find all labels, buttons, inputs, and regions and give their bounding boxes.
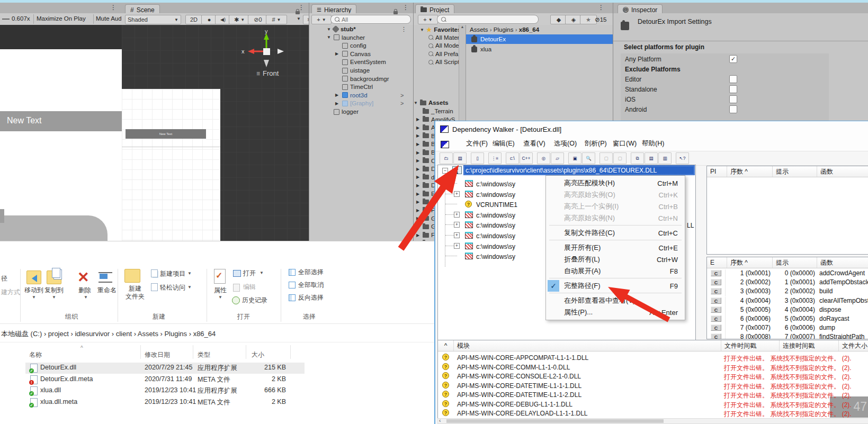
move-to-button[interactable]: 移动到 [24,286,43,295]
project-layout-icon[interactable] [393,11,398,14]
find-button[interactable]: ◎ [537,152,550,164]
e-col-function[interactable]: 函数 [817,257,868,268]
assets-header[interactable]: ▼ Assets [414,100,449,106]
export-function[interactable]: addTempObstacle [819,278,868,286]
shaded-dropdown[interactable]: Shaded▼ [125,15,181,24]
history-button[interactable]: 历史记录 [242,296,267,305]
expand-icon[interactable]: + [454,243,460,249]
hierarchy-item-timectrl[interactable]: TimeCtrl [335,84,373,90]
mod-col-link-ts[interactable]: 连接时间戳 [780,340,839,351]
dw-module-list-pane[interactable]: ^ 模块 文件时间戳 连接时间戳 文件大小 47 ?API-MS-WIN-COR… [437,340,868,419]
export-function[interactable]: doRaycast [819,315,849,322]
export-function[interactable]: addCrowdAgent [819,269,865,277]
copy-list-gray-button[interactable]: ▢ [599,152,613,164]
open-button[interactable]: 打开 [243,269,256,278]
file-name-0[interactable]: DetourEx.dll [40,364,76,371]
foldout-icon[interactable]: ▶ [416,167,420,172]
refresh-gray-button[interactable]: ▢ [613,152,627,164]
dw-tree-root-row[interactable]: c:\project\idlesurvivor\client\assets\pl… [463,165,695,175]
pi-col-function[interactable]: 函数 [817,166,868,177]
game-zoom-slider[interactable] [2,19,10,20]
context-menu-item-3[interactable]: 高亮原始实例(N)Ctrl+N [546,212,685,224]
expand-icon[interactable]: + [454,222,460,228]
file-name-3[interactable]: xlua.dll.meta [40,398,77,405]
foldout-icon[interactable]: ▶ [416,133,420,138]
foldout-icon[interactable]: ▶ [416,233,420,238]
hierarchy-search-input[interactable]: All [330,15,411,24]
foldout-icon[interactable]: ▶ [416,208,420,213]
foldout-icon[interactable]: ▼ [327,35,332,40]
foldout-icon[interactable]: ▶ [416,175,420,179]
dw-exports-pane[interactable]: E 序数 ^ 提示 函数 C1 (0x0001)0 (0x0000)addCro… [706,257,868,339]
invert-selection-button[interactable]: 反向选择 [298,293,324,302]
select-all-button[interactable]: 全部选择 [298,268,324,277]
module-row-6[interactable]: API-MS-WIN-CORE-DELAYLOAD-L1-1-1.DLL [457,410,588,417]
scene-viewport[interactable]: New Text y x ≡ Front [122,25,309,241]
foldout-icon[interactable]: ▶ [416,192,420,196]
copy-button[interactable]: ▯ [471,152,484,164]
folder-item-dt[interactable]: ▶dt [416,174,436,181]
dw-menu-2[interactable]: 查看(V) [523,139,545,148]
foldout-icon[interactable]: ▶ [416,216,420,221]
foldout-icon[interactable]: ▶ [335,101,340,106]
file-name-1[interactable]: DetourEx.dll.meta [40,375,93,383]
export-function[interactable]: build [819,287,833,295]
context-menu-item-7[interactable]: 展开所有(E)Ctrl+E [546,242,685,254]
module-row-5[interactable]: API-MS-WIN-CORE-DEBUG-L1-1-1.DLL [457,401,572,408]
module-row-1[interactable]: API-MS-WIN-CORE-COMM-L1-1-0.DLL [457,364,570,371]
export-function[interactable]: dispose [819,306,841,313]
dw-titlebar[interactable]: Dependency Walker - [DetourEx.dll] [435,121,868,137]
module-row-4[interactable]: API-MS-WIN-CORE-DATETIME-L1-1-2.DLL [457,391,581,399]
hierarchy-item-launcher[interactable]: ▼launcher [327,34,365,41]
favorite-item-3[interactable]: All Script [428,59,459,65]
column-date[interactable]: 修改日期 [145,350,170,359]
dw-tree-child-0[interactable]: c:\windows\sy [476,181,515,188]
dw-menu-5[interactable]: 窗口(W) [613,139,637,148]
dw-hscrollbar[interactable]: ‹ [437,418,868,424]
foldout-icon[interactable]: ▶ [416,117,420,122]
foldout-icon[interactable]: ▶ [416,200,420,204]
foldout-icon[interactable]: ▶ [335,93,340,97]
mod-col-file-ts[interactable]: 文件时间戳 [721,340,780,351]
column-name[interactable]: 名称 [29,350,42,359]
e-col-hint[interactable]: 提示 [773,257,817,268]
scene-gizmo-dropdown[interactable]: ▼ [297,16,301,21]
foldout-icon[interactable]: ▶ [416,125,420,130]
expand-tree-button[interactable]: ⋮≡ [488,152,502,164]
mute-audio-button[interactable]: Mute Audi [96,15,121,22]
platform-checkbox-android[interactable] [729,105,737,113]
easy-access-button[interactable]: 轻松访问 [160,283,185,292]
export-function[interactable]: clearAllTempObstacles [819,297,868,304]
project-menu-icon[interactable]: ⋮ [598,4,604,11]
dw-menu-0[interactable]: 文件(F) [466,139,488,148]
export-function[interactable]: findStraightPath [819,333,864,339]
game-menu-icon[interactable]: ⋮ [110,4,117,11]
dw-menu-4[interactable]: 剖析(P) [585,139,607,148]
hierarchy-item-uistage[interactable]: uistage [335,67,370,74]
scene-orientation-gizmo[interactable]: y x ≡ Front [238,29,307,82]
project-file-detourex[interactable]: DetourEx [466,34,613,44]
dw-tree-child-2[interactable]: VCRUNTIME1 [476,201,517,209]
file-name-2[interactable]: xlua.dll [40,386,61,394]
export-function[interactable]: dump [819,324,835,331]
e-col-ordinal[interactable]: 序数 ^ [727,257,773,268]
game-viewport[interactable]: New Text [0,25,122,241]
dw-tree-child-7[interactable]: c:\windows\sy [476,253,515,260]
help-button[interactable]: ↖? [676,152,689,164]
scene-hidden-count[interactable]: ⊘0 [248,15,268,24]
column-type[interactable]: 类型 [198,350,210,359]
mod-col-size[interactable]: 文件大小 [839,340,868,351]
open-file-button[interactable]: 🗀 [440,152,453,164]
context-menu-item-14[interactable]: 属性(P)...Alt+Enter [546,306,685,318]
project-file-xlua[interactable]: xlua [466,44,613,54]
foldout-icon[interactable]: ▶ [416,150,420,155]
hierarchy-lock-icon[interactable] [296,11,300,14]
context-menu-item-5[interactable]: 复制文件路径(C)Ctrl+C [546,227,685,239]
context-menu-item-2[interactable]: 高亮上一个实例(I)Ctrl+B [546,201,685,212]
expand-icon[interactable]: + [454,232,460,238]
address-bar[interactable]: 本地磁盘 (C:) › project › idlesurvivor › cli… [1,329,340,339]
context-menu-item-11[interactable]: ✓完整路径(F)F9 [546,280,685,292]
properties-button[interactable]: 属性 [214,286,227,295]
module-row-2[interactable]: API-MS-WIN-CORE-CONSOLE-L2-1-0.DLL [457,373,581,380]
collapse-icon[interactable]: − [442,168,448,174]
